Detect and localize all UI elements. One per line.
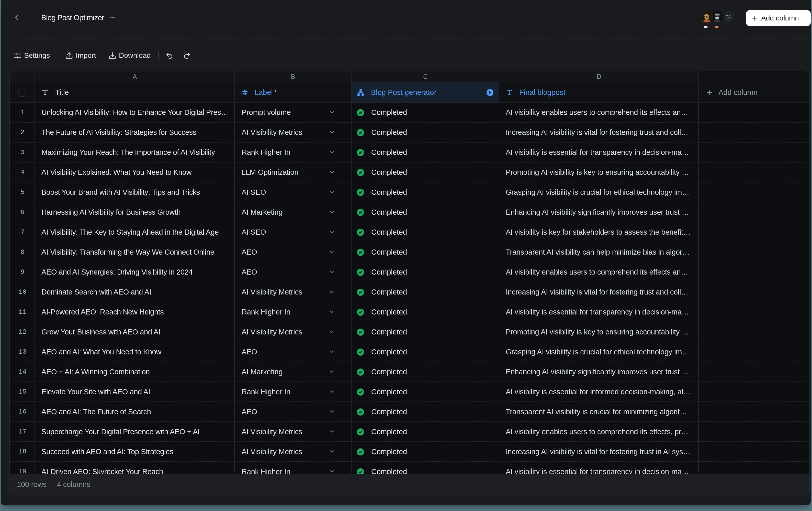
svg-text:EA: EA <box>725 15 731 19</box>
